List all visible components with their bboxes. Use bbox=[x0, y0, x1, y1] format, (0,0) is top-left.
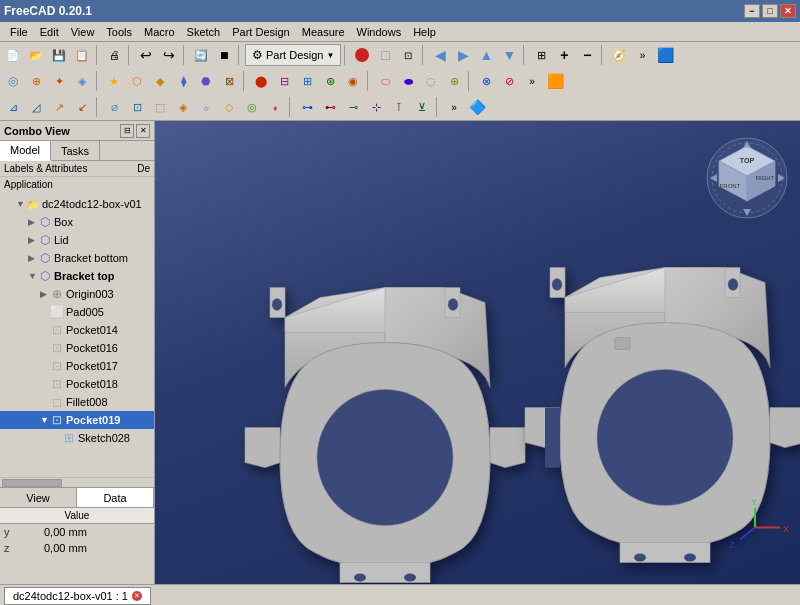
menu-windows[interactable]: Windows bbox=[351, 24, 408, 40]
close-button[interactable]: ✕ bbox=[780, 4, 796, 18]
menu-tools[interactable]: Tools bbox=[100, 24, 138, 40]
sketch3-3[interactable]: ↗ bbox=[48, 96, 70, 118]
view-btn-2[interactable]: ⊡ bbox=[397, 44, 419, 66]
tree-item-pocket016[interactable]: ▶ ⊡ Pocket016 bbox=[0, 339, 154, 357]
file-tab[interactable]: dc24todc12-box-v01 : 1 ✕ bbox=[4, 587, 151, 605]
pd-tool-14[interactable]: ◌ bbox=[420, 70, 442, 92]
menu-file[interactable]: File bbox=[4, 24, 34, 40]
pd-tool-16[interactable]: ⊗ bbox=[475, 70, 497, 92]
sketch3-4[interactable]: ↙ bbox=[71, 96, 93, 118]
sketch3-10[interactable]: ◇ bbox=[218, 96, 240, 118]
panel-undock-btn[interactable]: ⊟ bbox=[120, 124, 134, 138]
menu-part-design[interactable]: Part Design bbox=[226, 24, 295, 40]
tree-area[interactable]: ▼ 📁 dc24todc12-box-v01 ▶ ⬡ Box ▶ ⬡ Lid bbox=[0, 193, 154, 477]
more-btn[interactable]: » bbox=[631, 44, 653, 66]
sketch-tool-1[interactable]: ◎ bbox=[2, 70, 24, 92]
pd-tool-6[interactable]: ⊠ bbox=[218, 70, 240, 92]
sketch3-6[interactable]: ⊡ bbox=[126, 96, 148, 118]
sketch3-9[interactable]: ⬦ bbox=[195, 96, 217, 118]
stop-button[interactable]: ⏹ bbox=[213, 44, 235, 66]
zoom-out-btn[interactable]: − bbox=[576, 44, 598, 66]
sketch3-2[interactable]: ◿ bbox=[25, 96, 47, 118]
pd-tool-15[interactable]: ⊕ bbox=[443, 70, 465, 92]
tab-data[interactable]: Data bbox=[77, 488, 154, 507]
menu-edit[interactable]: Edit bbox=[34, 24, 65, 40]
tab-model[interactable]: Model bbox=[0, 141, 51, 161]
pd-tool-2[interactable]: ⬡ bbox=[126, 70, 148, 92]
sketch3-15[interactable]: ⊸ bbox=[342, 96, 364, 118]
tree-item-sketch028[interactable]: ▶ ⊞ Sketch028 bbox=[0, 429, 154, 447]
nav-btn[interactable]: 🧭 bbox=[608, 44, 630, 66]
refresh-button[interactable]: 🔄 bbox=[190, 44, 212, 66]
pd-tool-9[interactable]: ⊞ bbox=[296, 70, 318, 92]
pd-tool-7[interactable]: ⬤ bbox=[250, 70, 272, 92]
menu-sketch[interactable]: Sketch bbox=[181, 24, 227, 40]
pd-more[interactable]: » bbox=[521, 70, 543, 92]
tree-item-pocket017[interactable]: ▶ ⊡ Pocket017 bbox=[0, 357, 154, 375]
sketch3-16[interactable]: ⊹ bbox=[365, 96, 387, 118]
sketch3-1[interactable]: ⊿ bbox=[2, 96, 24, 118]
tree-item-origin003[interactable]: ▶ ⊕ Origin003 bbox=[0, 285, 154, 303]
part-icon-btn[interactable]: 🟦 bbox=[654, 44, 676, 66]
pd-3d-icon[interactable]: 🟧 bbox=[544, 70, 566, 92]
tree-hscroll-thumb[interactable] bbox=[2, 479, 62, 487]
redo-button[interactable]: ↪ bbox=[158, 44, 180, 66]
pd-tool-11[interactable]: ◉ bbox=[342, 70, 364, 92]
sketch-tool-2[interactable]: ⊕ bbox=[25, 70, 47, 92]
maximize-button[interactable]: □ bbox=[762, 4, 778, 18]
viewport-3d[interactable]: X Y Z TOP FRONT bbox=[155, 121, 800, 584]
sketch3-18[interactable]: ⊻ bbox=[411, 96, 433, 118]
sketch-tool-3[interactable]: ✦ bbox=[48, 70, 70, 92]
sketch3-8[interactable]: ◈ bbox=[172, 96, 194, 118]
menu-macro[interactable]: Macro bbox=[138, 24, 181, 40]
print-button[interactable]: 🖨 bbox=[103, 44, 125, 66]
view-box-btn[interactable]: □ bbox=[374, 44, 396, 66]
sketch3-7[interactable]: ⬚ bbox=[149, 96, 171, 118]
arrow-right-btn[interactable]: ▶ bbox=[452, 44, 474, 66]
panel-close-btn[interactable]: ✕ bbox=[136, 124, 150, 138]
tree-hscroll[interactable] bbox=[0, 477, 154, 487]
zoom-fit-btn[interactable]: ⊞ bbox=[530, 44, 552, 66]
sketch3-17[interactable]: ⊺ bbox=[388, 96, 410, 118]
sketch3-12[interactable]: ⬧ bbox=[264, 96, 286, 118]
tree-item-pocket014[interactable]: ▶ ⊡ Pocket014 bbox=[0, 321, 154, 339]
tab-tasks[interactable]: Tasks bbox=[51, 141, 100, 160]
red-dot-btn[interactable] bbox=[351, 44, 373, 66]
tree-item-dc24[interactable]: ▼ 📁 dc24todc12-box-v01 bbox=[0, 195, 154, 213]
menu-help[interactable]: Help bbox=[407, 24, 442, 40]
open-button[interactable]: 📂 bbox=[25, 44, 47, 66]
tree-item-pocket018[interactable]: ▶ ⊡ Pocket018 bbox=[0, 375, 154, 393]
sketch3-11[interactable]: ◎ bbox=[241, 96, 263, 118]
new-button[interactable]: 📄 bbox=[2, 44, 24, 66]
pd-tool-8[interactable]: ⊟ bbox=[273, 70, 295, 92]
sketch3-more[interactable]: » bbox=[443, 96, 465, 118]
pd-tool-1[interactable]: ★ bbox=[103, 70, 125, 92]
sketch3-13[interactable]: ⊶ bbox=[296, 96, 318, 118]
zoom-in-btn[interactable]: + bbox=[553, 44, 575, 66]
menu-view[interactable]: View bbox=[65, 24, 101, 40]
sketch3-5[interactable]: ⌀ bbox=[103, 96, 125, 118]
menu-measure[interactable]: Measure bbox=[296, 24, 351, 40]
tree-item-pad005[interactable]: ▶ ⬜ Pad005 bbox=[0, 303, 154, 321]
tree-item-lid[interactable]: ▶ ⬡ Lid bbox=[0, 231, 154, 249]
sketch3-14[interactable]: ⊷ bbox=[319, 96, 341, 118]
undo-button[interactable]: ↩ bbox=[135, 44, 157, 66]
save-button[interactable]: 💾 bbox=[48, 44, 70, 66]
arrow-left-btn[interactable]: ◀ bbox=[429, 44, 451, 66]
pd-tool-5[interactable]: ⬣ bbox=[195, 70, 217, 92]
pd-tool-3[interactable]: ◆ bbox=[149, 70, 171, 92]
tree-item-box[interactable]: ▶ ⬡ Box bbox=[0, 213, 154, 231]
pd-tool-13[interactable]: ⬬ bbox=[397, 70, 419, 92]
pd-tool-4[interactable]: ⧫ bbox=[172, 70, 194, 92]
file-tab-close-btn[interactable]: ✕ bbox=[132, 591, 142, 601]
arrow-down-btn[interactable]: ▼ bbox=[498, 44, 520, 66]
tree-item-bracket-top[interactable]: ▼ ⬡ Bracket top bbox=[0, 267, 154, 285]
arrow-up-btn[interactable]: ▲ bbox=[475, 44, 497, 66]
tree-item-bracket-bottom[interactable]: ▶ ⬡ Bracket bottom bbox=[0, 249, 154, 267]
workbench-selector[interactable]: ⚙ Part Design ▼ bbox=[245, 44, 341, 66]
props-scroll[interactable]: y 0,00 mm z 0,00 mm bbox=[0, 524, 154, 584]
pd-tool-10[interactable]: ⊛ bbox=[319, 70, 341, 92]
nav-cube[interactable]: TOP FRONT RIGHT bbox=[705, 136, 790, 221]
minimize-button[interactable]: − bbox=[744, 4, 760, 18]
pd-tool-12[interactable]: ⬭ bbox=[374, 70, 396, 92]
